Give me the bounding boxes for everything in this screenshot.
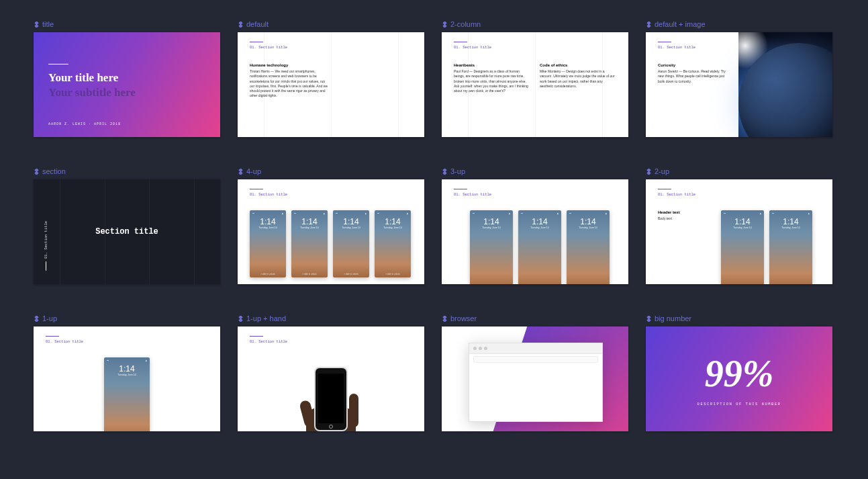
- phone-mockup: •••▮1:14Tuesday, June 14> slide to unloc…: [375, 210, 411, 277]
- hand-holding-phone: [314, 367, 348, 431]
- label-text: browser: [450, 314, 477, 322]
- slide-1-up-hand[interactable]: 01. Section title: [238, 326, 424, 431]
- template-label: default: [238, 20, 424, 28]
- col2-body: Mike Monteiro — Design does not exist in…: [540, 69, 616, 89]
- component-icon: [238, 21, 244, 28]
- slide-browser[interactable]: [442, 326, 628, 431]
- component-icon: [646, 316, 652, 322]
- component-icon: [442, 316, 448, 322]
- slide-4-up[interactable]: 01. Section title •••▮1:14Tuesday, June …: [238, 179, 424, 284]
- big-number-description: DESCRIPTION OF THIS NUMBER: [697, 402, 781, 406]
- label-text: big number: [655, 314, 691, 322]
- eyebrow-rule: [658, 189, 671, 189]
- section-main-title: Section title: [34, 227, 220, 236]
- phone-mockup: •••▮1:14Tuesday, June 14> slide to unloc…: [333, 210, 369, 277]
- section-label: 01. Section title: [658, 192, 820, 197]
- svg-rect-11: [238, 171, 242, 174]
- template-label: title: [34, 20, 220, 28]
- eyebrow-rule: [46, 336, 59, 337]
- label-text: 2-up: [655, 167, 669, 175]
- label-text: 2-column: [450, 20, 481, 28]
- section-label: 01. Section title: [250, 339, 412, 344]
- eyebrow-rule: [454, 189, 467, 189]
- template-3-up[interactable]: 3-up 01. Section title •••▮1:14Tuesday, …: [442, 167, 628, 284]
- template-default[interactable]: default 01. Section title Humane technol…: [238, 20, 424, 137]
- template-section[interactable]: section 01. Section title Section title: [34, 167, 220, 284]
- svg-rect-5: [442, 24, 446, 27]
- template-1-up[interactable]: 1-up 01. Section title •••▮1:14Tuesday, …: [34, 314, 220, 431]
- svg-rect-7: [646, 24, 650, 27]
- svg-rect-19: [238, 318, 242, 321]
- section-label: 01. Section title: [46, 339, 208, 344]
- component-icon: [646, 21, 652, 28]
- traffic-light-icon: [484, 347, 487, 350]
- component-icon: [646, 169, 652, 175]
- slide-1-up[interactable]: 01. Section title •••▮1:14Tuesday, June …: [34, 326, 220, 431]
- phone-row: •••▮1:14Tuesday, June 14> slide to unloc…: [470, 210, 616, 284]
- label-text: section: [42, 167, 66, 175]
- slide-default[interactable]: 01. Section title Humane technology Tris…: [238, 32, 424, 137]
- label-text: title: [42, 20, 54, 28]
- component-icon: [34, 21, 40, 28]
- slide-section[interactable]: 01. Section title Section title: [34, 179, 220, 284]
- slide-3-up[interactable]: 01. Section title •••▮1:14Tuesday, June …: [442, 179, 628, 284]
- url-bar: [473, 356, 598, 363]
- svg-rect-17: [34, 318, 38, 321]
- col2-header: Code of ethics: [540, 63, 616, 67]
- rule-line: [48, 64, 68, 64]
- template-1-up-hand[interactable]: 1-up + hand 01. Section title: [238, 314, 424, 431]
- phone-mockup: •••▮1:14Tuesday, June 14> slide to unloc…: [518, 210, 561, 284]
- phone-mockup: •••▮1:14Tuesday, June 14> slide to unloc…: [104, 357, 150, 431]
- template-label: 1-up + hand: [238, 314, 424, 322]
- label-text: 1-up: [42, 314, 57, 322]
- template-4-up[interactable]: 4-up 01. Section title •••▮1:14Tuesday, …: [238, 167, 424, 284]
- component-icon: [238, 169, 244, 175]
- section-label: 01. Section title: [250, 192, 412, 197]
- phone-mockup: •••▮1:14Tuesday, June 14> slide to unloc…: [470, 210, 513, 284]
- title-text: Your title here: [48, 71, 205, 85]
- template-browser[interactable]: browser: [442, 314, 628, 431]
- phone-mockup: •••▮1:14Tuesday, June 14> slide to unloc…: [291, 210, 328, 277]
- label-text: 4-up: [246, 167, 261, 175]
- template-default-image[interactable]: default + image 01. Section title Curios…: [646, 20, 832, 137]
- component-icon: [34, 169, 40, 175]
- phone-mockup: •••▮1:14Tuesday, June 14> slide to unloc…: [721, 210, 764, 284]
- col1-header: Heartbeats: [454, 63, 530, 67]
- slide-2-column[interactable]: 01. Section title Heartbeats Paul Ford —…: [442, 32, 628, 137]
- label-text: default: [246, 20, 269, 28]
- eyebrow-rule: [658, 42, 671, 42]
- slide-title[interactable]: Your title here Your subtitle here AARON…: [34, 32, 220, 137]
- section-label: 01. Section title: [454, 192, 616, 197]
- slide-default-image[interactable]: 01. Section title Curiosity Aaron Swartz…: [646, 32, 832, 137]
- slide-big-number[interactable]: 99% DESCRIPTION OF THIS NUMBER: [646, 326, 832, 431]
- slide-2-up[interactable]: 01. Section title Header text Body text …: [646, 179, 832, 284]
- template-2-column[interactable]: 2-column 01. Section title Heartbeats Pa…: [442, 20, 628, 137]
- section-label: 01. Section title: [250, 45, 412, 50]
- template-label: 3-up: [442, 167, 628, 175]
- content-header: Humane technology: [250, 63, 330, 67]
- template-label: 2-up: [646, 167, 832, 175]
- content-header: Header text: [658, 210, 712, 214]
- template-2-up[interactable]: 2-up 01. Section title Header text Body …: [646, 167, 832, 284]
- template-label: default + image: [646, 20, 832, 28]
- content-body: Tristan Harris — We need our smartphones…: [250, 69, 330, 99]
- component-icon: [34, 316, 40, 322]
- eyebrow-rule: [250, 189, 263, 189]
- label-text: default + image: [655, 20, 706, 28]
- svg-rect-1: [34, 24, 38, 27]
- template-label: 4-up: [238, 167, 424, 175]
- template-big-number[interactable]: big number 99% DESCRIPTION OF THIS NUMBE…: [646, 314, 832, 431]
- traffic-light-icon: [473, 347, 477, 350]
- template-label: big number: [646, 314, 832, 322]
- byline-text: AARON Z. LEWIS · APRIL 2018: [48, 122, 121, 126]
- browser-window: [469, 343, 603, 422]
- template-label: 1-up: [34, 314, 220, 322]
- eyebrow-rule: [250, 336, 263, 337]
- template-label: browser: [442, 314, 628, 322]
- svg-rect-3: [238, 24, 242, 27]
- phone-row: •••▮1:14Tuesday, June 14> slide to unloc…: [46, 357, 208, 431]
- svg-rect-9: [34, 171, 38, 174]
- content-body: Aaron Swartz — Be curious. Read widely. …: [658, 69, 732, 84]
- template-title[interactable]: title Your title here Your subtitle here…: [34, 20, 220, 137]
- phone-mockup: •••▮1:14Tuesday, June 14> slide to unloc…: [567, 210, 610, 284]
